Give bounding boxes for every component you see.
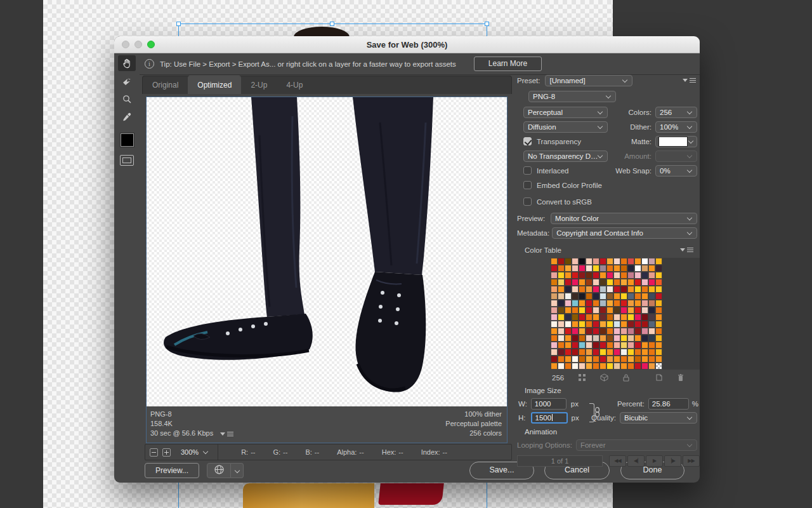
color-swatch[interactable]: [655, 300, 662, 307]
color-swatch[interactable]: [627, 307, 634, 314]
color-swatch[interactable]: [572, 335, 579, 342]
color-swatch[interactable]: [558, 335, 565, 342]
default-browser-button[interactable]: [207, 463, 231, 478]
color-swatch[interactable]: [606, 279, 613, 286]
width-input[interactable]: 1000: [531, 398, 566, 410]
color-swatch[interactable]: [648, 279, 655, 286]
last-frame-button[interactable]: ▶▶: [683, 455, 700, 467]
color-swatch[interactable]: [634, 314, 641, 321]
color-swatch[interactable]: [551, 335, 558, 342]
color-swatch[interactable]: [579, 363, 586, 370]
color-swatch[interactable]: [634, 265, 641, 272]
height-input[interactable]: 1500: [531, 412, 568, 424]
color-swatch[interactable]: [620, 321, 627, 328]
color-swatch[interactable]: [641, 286, 648, 293]
color-swatch[interactable]: [641, 258, 648, 265]
color-swatch[interactable]: [565, 328, 572, 335]
color-swatch[interactable]: [613, 321, 620, 328]
color-swatch[interactable]: [648, 286, 655, 293]
color-swatch[interactable]: [558, 328, 565, 335]
color-swatch[interactable]: [599, 300, 606, 307]
zoom-in-button[interactable]: [162, 448, 171, 457]
color-swatch[interactable]: [572, 356, 579, 363]
color-swatch[interactable]: [558, 279, 565, 286]
color-swatch[interactable]: [606, 265, 613, 272]
color-swatch[interactable]: [627, 286, 634, 293]
web-snap-dropdown[interactable]: 0%: [655, 165, 697, 177]
transparency-dither-dropdown[interactable]: No Transparency Dit...: [523, 150, 608, 162]
color-swatch[interactable]: [613, 335, 620, 342]
color-swatch[interactable]: [634, 258, 641, 265]
color-swatch[interactable]: [565, 356, 572, 363]
quality-dropdown[interactable]: Bicubic: [620, 412, 697, 424]
color-swatch[interactable]: [551, 307, 558, 314]
color-swatch[interactable]: [586, 342, 593, 349]
color-swatch[interactable]: [634, 321, 641, 328]
color-swatch[interactable]: [586, 328, 593, 335]
color-swatch[interactable]: [613, 342, 620, 349]
metadata-dropdown[interactable]: Copyright and Contact Info: [552, 227, 697, 239]
color-swatch[interactable]: [593, 349, 599, 356]
color-swatch[interactable]: [606, 321, 613, 328]
color-swatch[interactable]: [565, 258, 572, 265]
color-swatch[interactable]: [655, 258, 662, 265]
tab-4up[interactable]: 4-Up: [277, 76, 312, 94]
color-swatch[interactable]: [620, 293, 627, 300]
colors-dropdown[interactable]: 256: [655, 107, 697, 118]
color-swatch[interactable]: [593, 328, 599, 335]
preview-in-browser-button[interactable]: Preview...: [145, 463, 199, 478]
color-swatch[interactable]: [579, 279, 586, 286]
preset-dropdown[interactable]: [Unnamed]: [545, 75, 632, 86]
color-swatch[interactable]: [613, 356, 620, 363]
color-swatch[interactable]: [565, 293, 572, 300]
color-swatch[interactable]: [599, 314, 606, 321]
color-swatch[interactable]: [620, 335, 627, 342]
color-swatch[interactable]: [565, 286, 572, 293]
color-swatch[interactable]: [627, 363, 634, 370]
color-swatch[interactable]: [655, 272, 662, 279]
color-swatch[interactable]: [627, 349, 634, 356]
color-swatch[interactable]: [613, 258, 620, 265]
color-swatch[interactable]: [606, 356, 613, 363]
color-swatch[interactable]: [627, 342, 634, 349]
color-table-menu-icon[interactable]: [680, 248, 693, 252]
color-swatch[interactable]: [641, 279, 648, 286]
color-swatch[interactable]: [558, 363, 565, 370]
color-swatch[interactable]: [634, 342, 641, 349]
color-swatch[interactable]: [641, 363, 648, 370]
color-swatch[interactable]: [613, 300, 620, 307]
color-swatch[interactable]: [551, 265, 558, 272]
color-swatch[interactable]: [620, 307, 627, 314]
color-reduction-dropdown[interactable]: Perceptual: [523, 107, 608, 118]
chain-link-icon[interactable]: [594, 407, 600, 418]
dialog-titlebar[interactable]: Save for Web (300%): [114, 36, 700, 53]
color-swatch[interactable]: [613, 307, 620, 314]
next-frame-button[interactable]: |▶: [664, 455, 681, 467]
color-swatch[interactable]: [565, 300, 572, 307]
color-swatch[interactable]: [599, 279, 606, 286]
color-swatch[interactable]: [599, 335, 606, 342]
color-swatch[interactable]: [648, 342, 655, 349]
color-swatch[interactable]: [565, 279, 572, 286]
color-swatch[interactable]: [599, 349, 606, 356]
color-swatch[interactable]: [634, 356, 641, 363]
format-dropdown[interactable]: PNG-8: [528, 91, 616, 102]
color-swatch[interactable]: [655, 307, 662, 314]
matte-dropdown[interactable]: [655, 136, 697, 147]
color-swatch[interactable]: [599, 363, 606, 370]
color-swatch[interactable]: [606, 272, 613, 279]
color-swatch[interactable]: [551, 321, 558, 328]
color-swatch[interactable]: [641, 321, 648, 328]
color-swatch[interactable]: [634, 363, 641, 370]
preview-mode-dropdown[interactable]: Monitor Color: [551, 213, 697, 224]
color-swatch[interactable]: [648, 307, 655, 314]
color-swatch[interactable]: [648, 363, 655, 370]
shift-web-safe-icon[interactable]: [600, 373, 608, 382]
color-swatch[interactable]: [606, 258, 613, 265]
color-swatch[interactable]: [606, 314, 613, 321]
lock-color-icon[interactable]: [622, 373, 630, 382]
color-swatch[interactable]: [593, 307, 599, 314]
color-swatch[interactable]: [606, 286, 613, 293]
color-swatch[interactable]: [558, 272, 565, 279]
color-swatch[interactable]: [558, 293, 565, 300]
